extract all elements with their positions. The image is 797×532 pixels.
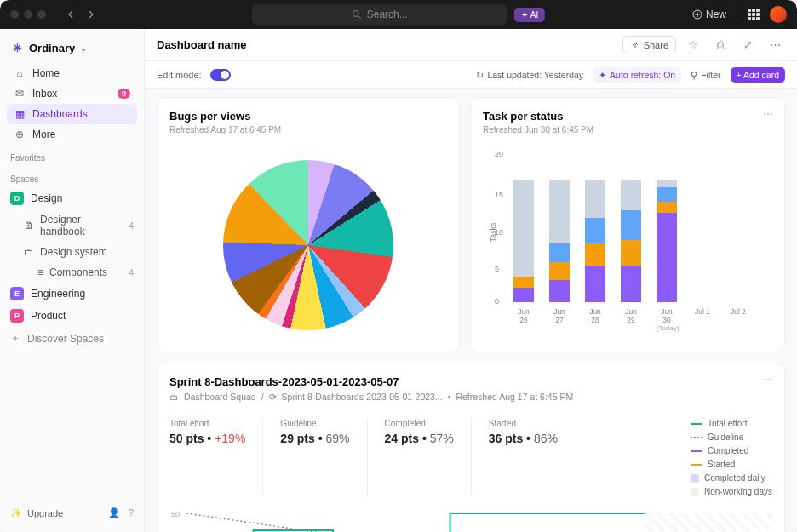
card-menu-icon[interactable]: ⋯: [763, 374, 774, 386]
avatar[interactable]: [770, 6, 787, 23]
plus-icon: ＋: [10, 331, 20, 346]
breadcrumb: 🗀Dashboard Squad/ ⟳Sprint 8-Dashboards-2…: [169, 392, 772, 402]
inbox-icon: ✉: [14, 88, 26, 100]
folder-icon: 🗀: [24, 246, 34, 258]
workspace-switcher[interactable]: ✳ Ordinary ⌄: [7, 36, 137, 63]
upgrade-button[interactable]: Upgrade: [27, 508, 63, 518]
filter-button[interactable]: ⚲ Filter: [685, 67, 726, 83]
expand-icon[interactable]: ⤢: [737, 35, 758, 55]
print-icon[interactable]: ⎙: [710, 35, 731, 55]
card-bugs-per-views: Bugs per views Refreshed Aug 17 at 6:45 …: [157, 97, 460, 352]
nav-forward-button[interactable]: [83, 8, 97, 21]
burndown-chart: 50 40 30: [186, 513, 772, 532]
svg-point-0: [353, 11, 358, 17]
edit-mode-toggle[interactable]: [210, 69, 231, 81]
list-icon: ≡: [37, 266, 43, 278]
sub-design-system[interactable]: 🗀Design system: [7, 242, 137, 262]
sidebar: ✳ Ordinary ⌄ ⌂Home ✉Inbox9 ▦Dashboards ⊕…: [0, 29, 145, 532]
titlebar: Search... ✦ AI New: [0, 0, 797, 29]
stacked-bar-chart: Tasks 20 15 10 5 0: [513, 153, 772, 302]
traffic-lights: [10, 10, 46, 19]
folder-icon: 🗀: [169, 392, 179, 402]
more-icon: ⊕: [14, 129, 26, 140]
last-updated-chip[interactable]: ↻ Last updated: Yesterday: [470, 67, 589, 83]
nav-back-button[interactable]: [65, 8, 78, 21]
doc-icon: 🗎: [24, 220, 34, 232]
space-design[interactable]: DDesign: [7, 187, 137, 209]
user-icon[interactable]: 👤: [108, 507, 120, 518]
card-sprint: ⋯ Sprint 8-Dashboards-2023-05-01-2023-05…: [157, 363, 785, 532]
sprint-icon: ⟳: [269, 392, 277, 402]
stat-total-effort: Total effort50 pts • +19%: [169, 419, 262, 496]
dashboard-icon: ▦: [14, 108, 26, 120]
pie-chart: [223, 160, 393, 330]
auto-refresh-chip[interactable]: ✦ Auto refresh: On: [593, 67, 681, 83]
card-task-per-status: ⋯ Task per status Refreshed Jun 30 at 6:…: [470, 97, 785, 352]
spaces-label: Spaces: [7, 166, 137, 187]
space-product[interactable]: PProduct: [7, 305, 137, 327]
sidebar-item-inbox[interactable]: ✉Inbox9: [7, 83, 137, 104]
discover-spaces[interactable]: ＋Discover Spaces: [7, 327, 137, 350]
edit-mode-label: Edit mode:: [157, 70, 202, 80]
ai-button[interactable]: ✦ AI: [514, 8, 545, 22]
sidebar-item-home[interactable]: ⌂Home: [7, 63, 137, 83]
search-placeholder: Search...: [367, 9, 408, 20]
star-icon[interactable]: ☆: [683, 35, 703, 55]
favorites-label: Favorites: [7, 145, 137, 166]
new-button[interactable]: New: [692, 9, 726, 20]
search-input[interactable]: Search...: [252, 4, 507, 25]
more-menu-icon[interactable]: ⋯: [765, 35, 785, 55]
stat-started: Started36 pts • 86%: [471, 419, 575, 496]
share-button[interactable]: Share: [622, 36, 676, 54]
space-engineering[interactable]: EEngineering: [7, 283, 137, 305]
help-icon[interactable]: ?: [129, 507, 134, 518]
sub-components[interactable]: ≡Components4: [7, 262, 137, 283]
home-icon: ⌂: [14, 67, 26, 79]
sidebar-item-dashboards[interactable]: ▦Dashboards: [7, 104, 137, 124]
apps-icon[interactable]: [748, 9, 760, 20]
card-menu-icon[interactable]: ⋯: [763, 108, 774, 120]
chart-legend: Total effort Guideline Completed Started…: [674, 419, 772, 496]
sparkle-icon: ✨: [10, 507, 22, 518]
inbox-badge: 9: [118, 89, 130, 99]
page-header: Dashboard name Share ☆ ⎙ ⤢ ⋯: [145, 29, 797, 61]
page-title: Dashboard name: [157, 38, 246, 51]
workspace-logo-icon: ✳: [10, 41, 24, 54]
stat-guideline: Guideline29 pts • 69%: [262, 419, 366, 496]
sub-designer-handbook[interactable]: 🗎Designer handbook4: [7, 209, 137, 242]
toolbar: Edit mode: ↻ Last updated: Yesterday ✦ A…: [145, 61, 797, 89]
stat-completed: Completed24 pts • 57%: [367, 419, 471, 496]
chevron-down-icon: ⌄: [80, 43, 87, 53]
add-card-button[interactable]: + Add card: [731, 67, 786, 83]
sidebar-item-more[interactable]: ⊕More: [7, 124, 137, 145]
